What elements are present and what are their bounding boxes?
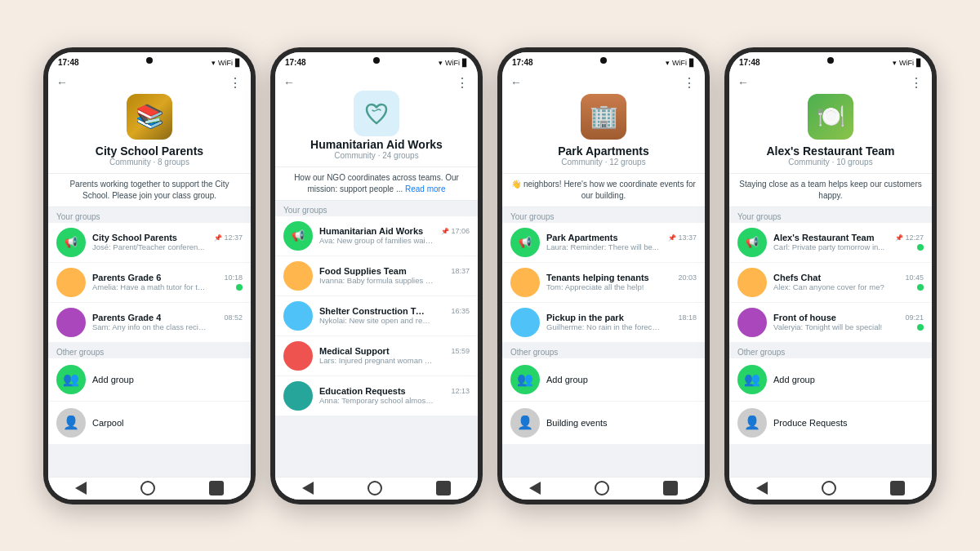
unread-badge <box>917 324 924 331</box>
chat-time: 12:13 <box>451 387 470 395</box>
chat-item[interactable]: Food Supplies Team 18:37 Ivanna: Baby fo… <box>275 256 478 296</box>
chat-time: 16:35 <box>451 307 470 315</box>
chat-time: 13:37 <box>678 233 697 242</box>
header-top: ← ⋮ <box>56 75 243 91</box>
chat-name: Front of house <box>773 313 836 322</box>
chat-item[interactable]: Pickup in the park 18:18 Guilherme: No r… <box>502 303 705 343</box>
community-header: ← ⋮ 🏢 Park Apartments Community · 12 gro… <box>502 70 705 174</box>
chat-time: 17:06 <box>451 227 470 235</box>
back-button[interactable]: ← <box>737 76 749 89</box>
other-group-icon: 👥 <box>737 365 767 394</box>
other-group-item[interactable]: 👤 Carpool <box>48 402 251 445</box>
your-groups-label: Your groups <box>275 201 478 216</box>
pin-icon: 📌 <box>895 234 903 242</box>
status-bar: 17:48 ▾WiFi▊ <box>48 52 251 70</box>
chat-item[interactable]: 📢 City School Parents 📌 12:37 José: Pare… <box>48 223 251 263</box>
status-bar: 17:48 ▾WiFi▊ <box>275 52 478 70</box>
chat-item[interactable]: Front of house 09:21 Valeryia: Tonight w… <box>729 303 932 343</box>
header-top: ← ⋮ <box>510 75 697 91</box>
chat-item[interactable]: 📢 Humanitarian Aid Works 📌 17:06 Ava: Ne… <box>275 216 478 256</box>
recent-nav-button[interactable] <box>436 481 451 495</box>
more-button[interactable]: ⋮ <box>683 75 697 91</box>
phone-1: 17:48 ▾WiFi▊ ← ⋮ 📚 City School Parents C… <box>43 47 256 504</box>
chat-avatar <box>56 308 86 337</box>
more-button[interactable]: ⋮ <box>229 75 243 91</box>
status-time: 17:48 <box>739 58 760 67</box>
chat-item[interactable]: 📢 Alex's Restaurant Team 📌 12:27 Carl: P… <box>729 223 932 263</box>
pin-icon: 📌 <box>668 234 676 242</box>
back-nav-button[interactable] <box>75 482 87 495</box>
chat-info: Medical Support 15:59 Lars: Injured preg… <box>319 346 470 365</box>
other-group-item[interactable]: 👥 Add group <box>502 358 705 402</box>
chat-item[interactable]: Parents Grade 4 08:52 Sam: Any info on t… <box>48 303 251 343</box>
phone-screen: 17:48 ▾WiFi▊ ← ⋮ Humanitarian Aid Works … <box>275 52 478 500</box>
home-nav-button[interactable] <box>822 481 836 495</box>
community-meta: Community · 10 groups <box>788 158 872 167</box>
chat-avatar <box>283 301 313 331</box>
home-nav-button[interactable] <box>368 481 382 495</box>
other-group-item[interactable]: 👥 Add group <box>729 358 932 402</box>
header-top: ← ⋮ <box>737 75 924 91</box>
notch-dot <box>827 57 834 64</box>
phone-screen: 17:48 ▾WiFi▊ ← ⋮ 📚 City School Parents C… <box>48 52 251 500</box>
phone-3: 17:48 ▾WiFi▊ ← ⋮ 🏢 Park Apartments Commu… <box>497 47 710 504</box>
status-icons: ▾WiFi▊ <box>666 59 695 67</box>
other-group-label: Add group <box>773 375 815 384</box>
chat-name: Education Requests <box>319 386 406 396</box>
status-bar: 17:48 ▾WiFi▊ <box>729 52 932 70</box>
unread-badge <box>236 284 243 291</box>
status-icons: ▾WiFi▊ <box>893 59 922 67</box>
back-button[interactable]: ← <box>283 76 295 89</box>
your-groups-label: Your groups <box>502 207 705 223</box>
chat-preview: José: Parent/Teacher conferen... <box>92 242 204 251</box>
other-group-item[interactable]: 👥 Add group <box>48 358 251 402</box>
unread-badge <box>917 284 924 291</box>
chat-item[interactable]: Medical Support 15:59 Lars: Injured preg… <box>275 336 478 376</box>
read-more-link[interactable]: Read more <box>405 184 445 193</box>
chat-name: Food Supplies Team <box>319 266 407 276</box>
chat-avatar <box>510 308 540 337</box>
chat-item[interactable]: Tenants helping tenants 20:03 Tom: Appre… <box>502 263 705 303</box>
chat-item[interactable]: Chefs Chat 10:45 Alex: Can anyone cover … <box>729 263 932 303</box>
chat-list: 📢 Alex's Restaurant Team 📌 12:27 Carl: P… <box>729 223 932 477</box>
other-group-item[interactable]: 👤 Produce Requests <box>729 402 932 445</box>
back-nav-button[interactable] <box>302 482 314 495</box>
header-top: ← ⋮ <box>283 75 470 91</box>
chat-time: 20:03 <box>678 273 697 282</box>
recent-nav-button[interactable] <box>209 481 224 495</box>
chat-info: Parents Grade 6 10:18 Amelia: Have a mat… <box>92 273 243 291</box>
recent-nav-button[interactable] <box>663 481 678 495</box>
recent-nav-button[interactable] <box>890 481 905 495</box>
chat-list: 📢 Park Apartments 📌 13:37 Laura: Reminde… <box>502 223 705 477</box>
back-button[interactable]: ← <box>56 76 68 89</box>
chat-avatar: 📢 <box>737 228 767 257</box>
home-nav-button[interactable] <box>140 481 155 495</box>
chat-preview: Valeryia: Tonight will be special! <box>773 322 882 331</box>
chat-preview: Laura: Reminder: There will be... <box>546 242 659 251</box>
chat-avatar: 📢 <box>56 228 86 257</box>
chat-avatar <box>56 268 86 297</box>
chat-preview: Ivanna: Baby formula supplies running ..… <box>319 276 434 285</box>
more-button[interactable]: ⋮ <box>910 75 924 91</box>
chat-avatar <box>283 341 313 371</box>
chat-preview: Lars: Injured pregnant woman in need... <box>319 356 434 365</box>
chat-item[interactable]: Shelter Construction Team 16:35 Nykolai:… <box>275 296 478 336</box>
unread-badge <box>917 244 924 251</box>
community-description: 👋 neighbors! Here's how we coordinate ev… <box>502 174 705 207</box>
back-nav-button[interactable] <box>529 482 541 495</box>
back-button[interactable]: ← <box>510 76 522 89</box>
chat-item[interactable]: 📢 Park Apartments 📌 13:37 Laura: Reminde… <box>502 223 705 263</box>
other-group-label: Add group <box>92 375 134 384</box>
your-groups-label: Your groups <box>48 207 251 223</box>
back-nav-button[interactable] <box>756 482 768 495</box>
chat-name: Tenants helping tenants <box>546 273 649 282</box>
chat-name: City School Parents <box>92 233 177 242</box>
other-group-item[interactable]: 👤 Building events <box>502 402 705 445</box>
chat-item[interactable]: Parents Grade 6 10:18 Amelia: Have a mat… <box>48 263 251 303</box>
more-button[interactable]: ⋮ <box>456 75 470 91</box>
chat-item[interactable]: Education Requests 12:13 Anna: Temporary… <box>275 376 478 416</box>
chat-info: Food Supplies Team 18:37 Ivanna: Baby fo… <box>319 266 470 285</box>
bottom-nav <box>729 477 932 500</box>
chat-time: 10:18 <box>224 273 243 282</box>
home-nav-button[interactable] <box>595 481 609 495</box>
